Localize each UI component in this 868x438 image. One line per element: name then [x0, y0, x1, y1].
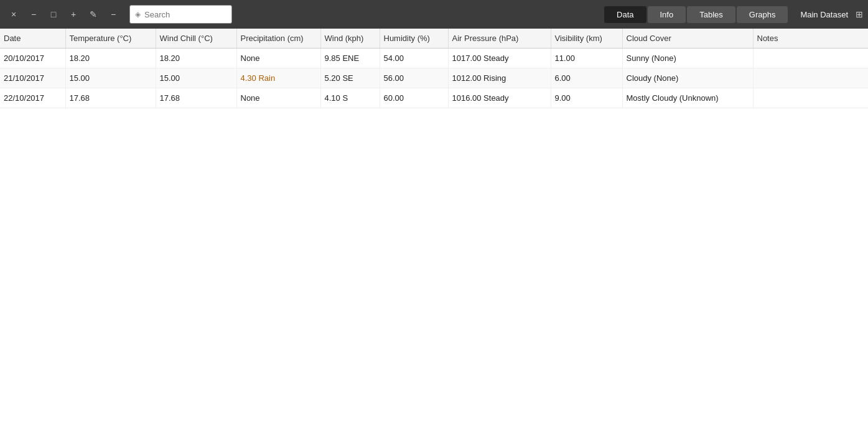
col-header-date: Date — [0, 29, 65, 49]
cell-temperature: 18.20 — [65, 49, 156, 68]
cell-humidity: 54.00 — [380, 49, 448, 68]
col-header-air-pressure: Air Pressure (hPa) — [448, 29, 551, 49]
cell-wind-chill: 17.68 — [156, 88, 236, 108]
edit-button[interactable]: ✎ — [85, 6, 102, 23]
col-header-wind: Wind (kph) — [320, 29, 380, 49]
table-row[interactable]: 20/10/2017 18.20 18.20 None 9.85 ENE 54.… — [0, 49, 868, 68]
data-table: Date Temperature (°C) Wind Chill (°C) Pr… — [0, 29, 868, 108]
search-icon: ◈ — [135, 10, 141, 19]
cell-wind-chill: 15.00 — [156, 68, 236, 88]
cell-wind: 4.10 S — [320, 88, 380, 108]
cell-precipitation: None — [236, 88, 320, 108]
table-row[interactable]: 21/10/2017 15.00 15.00 4.30 Rain 5.20 SE… — [0, 68, 868, 88]
cell-notes — [753, 49, 868, 68]
data-table-container: Date Temperature (°C) Wind Chill (°C) Pr… — [0, 29, 868, 438]
cell-date: 22/10/2017 — [0, 88, 65, 108]
cell-visibility: 9.00 — [551, 88, 622, 108]
add-button[interactable]: + — [65, 6, 82, 23]
col-header-notes: Notes — [753, 29, 868, 49]
minimize-button[interactable]: − — [25, 6, 42, 23]
dataset-label: Main Dataset — [800, 10, 848, 19]
search-container: ◈ — [129, 5, 232, 24]
cell-humidity: 56.00 — [380, 68, 448, 88]
nav-tabs: Data Info Tables Graphs — [604, 6, 788, 23]
cell-notes — [753, 88, 868, 108]
cell-visibility: 11.00 — [551, 49, 622, 68]
cell-temperature: 17.68 — [65, 88, 156, 108]
cell-visibility: 6.00 — [551, 68, 622, 88]
cell-wind: 5.20 SE — [320, 68, 380, 88]
col-header-visibility: Visibility (km) — [551, 29, 622, 49]
cell-precipitation: None — [236, 49, 320, 68]
tab-tables[interactable]: Tables — [687, 6, 735, 23]
col-header-wind-chill: Wind Chill (°C) — [156, 29, 236, 49]
cell-cloud-cover: Cloudy (None) — [622, 68, 753, 88]
col-header-temperature: Temperature (°C) — [65, 29, 156, 49]
cell-date: 20/10/2017 — [0, 49, 65, 68]
cell-precipitation: 4.30 Rain — [236, 68, 320, 88]
dataset-icon: ⊞ — [856, 9, 863, 19]
tab-info[interactable]: Info — [648, 6, 686, 23]
toolbar: × − □ + ✎ − ◈ Data Info Tables Graphs Ma… — [0, 0, 868, 29]
cell-wind: 9.85 ENE — [320, 49, 380, 68]
cell-cloud-cover: Sunny (None) — [622, 49, 753, 68]
delete-button[interactable]: − — [105, 6, 122, 23]
col-header-precipitation: Precipitation (cm) — [236, 29, 320, 49]
cell-air-pressure: 1017.00 Steady — [448, 49, 551, 68]
cell-temperature: 15.00 — [65, 68, 156, 88]
col-header-humidity: Humidity (%) — [380, 29, 448, 49]
cell-date: 21/10/2017 — [0, 68, 65, 88]
tab-graphs[interactable]: Graphs — [737, 6, 788, 23]
tab-data[interactable]: Data — [604, 6, 646, 23]
table-header-row: Date Temperature (°C) Wind Chill (°C) Pr… — [0, 29, 868, 49]
maximize-button[interactable]: □ — [45, 6, 62, 23]
cell-wind-chill: 18.20 — [156, 49, 236, 68]
cell-air-pressure: 1016.00 Steady — [448, 88, 551, 108]
table-row[interactable]: 22/10/2017 17.68 17.68 None 4.10 S 60.00… — [0, 88, 868, 108]
search-input[interactable] — [144, 10, 226, 19]
cell-notes — [753, 68, 868, 88]
cell-cloud-cover: Mostly Cloudy (Unknown) — [622, 88, 753, 108]
close-button[interactable]: × — [5, 6, 22, 23]
cell-humidity: 60.00 — [380, 88, 448, 108]
col-header-cloud-cover: Cloud Cover — [622, 29, 753, 49]
cell-air-pressure: 1012.00 Rising — [448, 68, 551, 88]
